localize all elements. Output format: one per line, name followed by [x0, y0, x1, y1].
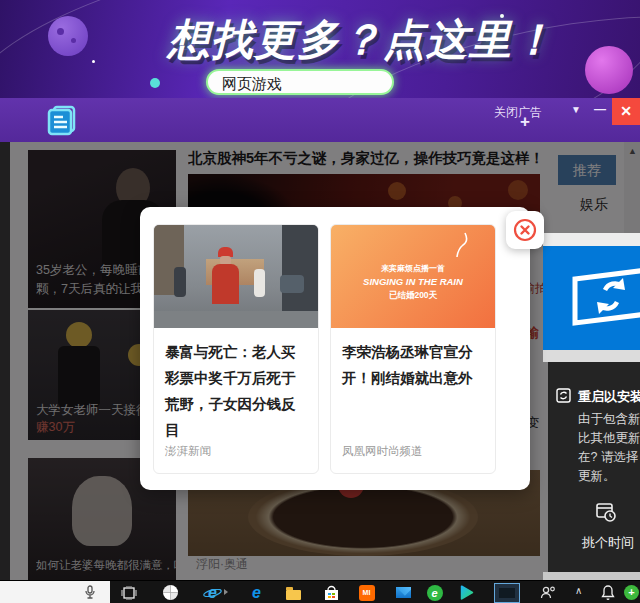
internet-explorer-icon[interactable]: e	[203, 583, 222, 602]
banner-search-input[interactable]: 网页游戏	[206, 69, 394, 95]
ie-jumplist-arrow-icon[interactable]	[224, 589, 228, 595]
popup-card-title: 李荣浩杨丞琳官宣分开！刚结婚就出意外	[342, 339, 484, 391]
monitor-sync-icon	[567, 264, 640, 334]
app-window: 想找更多？点这里！ 网页游戏 环球热点 ⋮ 热 热点头条 ⋮ N 推荐资讯 ⋮	[0, 0, 640, 603]
promo-text-line: 已结婚200天	[331, 290, 495, 302]
notification-bell-icon[interactable]	[598, 583, 617, 602]
popup-card-title: 暴富与死亡：老人买彩票中奖千万后死于荒野，子女因分钱反目	[165, 339, 307, 443]
toast-divider	[543, 350, 640, 362]
minimize-button[interactable]: —	[594, 102, 606, 116]
windows-taskbar: e e MI e	[0, 580, 640, 603]
toast-pick-time-button[interactable]: 挑个时间	[582, 534, 634, 552]
tray-chevron-icon[interactable]: ∧	[575, 585, 582, 596]
xiaomi-app-icon[interactable]: MI	[357, 583, 376, 602]
dot-decoration	[150, 78, 160, 88]
popup-card-celebrity[interactable]: 来宾麻烦点播一首 SINGING IN THE RAIN 已结婚200天 李荣浩…	[330, 224, 496, 474]
edge-browser-icon[interactable]: e	[247, 583, 266, 602]
toast-body-panel: 重启以安装更新 由于包含新 比其他更新 在? 请选择 更新。 挑个时间	[548, 362, 640, 572]
tab-bar: 环球热点 ⋮ 热 热点头条 ⋮ N 推荐资讯 ⋮ 热 热点新闻 ⋮ + 关闭广告…	[0, 98, 640, 142]
popup-close-button[interactable]	[506, 211, 544, 249]
planet-icon	[585, 46, 633, 94]
planet-icon	[48, 16, 88, 56]
tray-security-icon[interactable]: +	[622, 583, 640, 602]
newspaper-icon[interactable]	[44, 104, 80, 142]
people-icon[interactable]	[538, 583, 557, 602]
orange-promo-image: 来宾麻烦点播一首 SINGING IN THE RAIN 已结婚200天	[331, 225, 495, 328]
promo-text-line: SINGING IN THE RAIN	[331, 276, 495, 287]
microphone-icon[interactable]	[84, 585, 96, 600]
desktop-strip	[543, 572, 640, 580]
active-app-taskbar-button[interactable]	[494, 583, 520, 603]
taskbar-search-box[interactable]	[0, 581, 110, 603]
hook-squiggle-icon	[443, 231, 473, 261]
close-ad-link[interactable]: 关闭广告	[494, 104, 542, 121]
dot-decoration	[92, 60, 95, 63]
file-explorer-icon[interactable]	[284, 583, 303, 602]
popup-card-source: 澎湃新闻	[165, 444, 211, 459]
toast-top-strip	[543, 233, 640, 246]
close-window-button[interactable]: ✕	[612, 98, 640, 125]
speed-browser-icon[interactable]: e	[425, 583, 444, 602]
promo-banner[interactable]: 想找更多？点这里！ 网页游戏	[0, 0, 640, 98]
toast-hero-panel	[543, 246, 640, 350]
pinwheel-app-icon[interactable]	[161, 583, 180, 602]
close-circle-icon	[512, 217, 538, 243]
popup-card-lottery[interactable]: 暴富与死亡：老人买彩票中奖千万后死于荒野，子女因分钱反目 澎湃新闻	[153, 224, 319, 474]
toast-title: 重启以安装更新	[578, 388, 640, 406]
toast-body-line: 比其他更新	[578, 429, 640, 448]
toast-body-line: 更新。	[578, 467, 616, 486]
mail-app-icon[interactable]	[394, 583, 413, 602]
microsoft-store-icon[interactable]	[322, 583, 341, 602]
banner-headline: 想找更多？点这里！	[168, 12, 548, 68]
popup-card-source: 凤凰网时尚频道	[342, 444, 423, 459]
street-photo	[154, 225, 318, 328]
toast-body-line: 在? 请选择	[578, 448, 638, 467]
calendar-clock-icon	[594, 500, 618, 528]
task-view-icon[interactable]	[119, 583, 138, 602]
content-area: 35岁老公，每晚睡前 颗，7天后真的让我看 大学女老师一天接待1 赚30万 如何…	[0, 142, 640, 580]
promo-text-line: 来宾麻烦点播一首	[331, 263, 495, 274]
sync-small-icon	[556, 388, 571, 407]
toast-body-line: 由于包含新	[578, 410, 640, 429]
news-popup-modal: 暴富与死亡：老人买彩票中奖千万后死于荒野，子女因分钱反目 澎湃新闻 来宾麻烦点播…	[140, 207, 530, 490]
collapse-arrow-icon[interactable]: ▼	[571, 104, 581, 115]
video-player-icon[interactable]	[457, 583, 476, 602]
